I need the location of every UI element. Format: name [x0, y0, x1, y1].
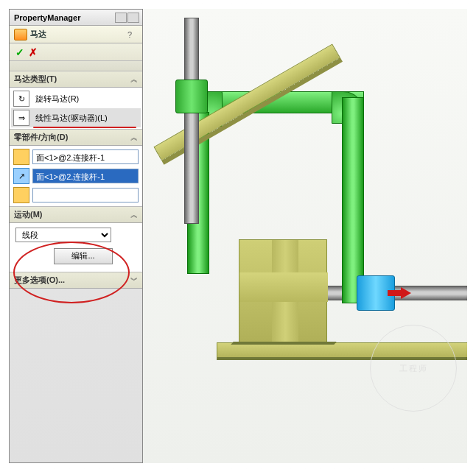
group-header-motor-type[interactable]: 马达类型(T) ︽: [10, 71, 142, 88]
confirm-row: ✓ ✗: [10, 43, 142, 61]
chevron-down-icon: ︾: [130, 275, 138, 286]
linear-motor-icon: ⇒: [13, 110, 29, 126]
help-pin-icon[interactable]: ?: [127, 30, 138, 39]
component-face-field[interactable]: 面<1>@2.连接杆-1: [32, 149, 139, 164]
motion-type-select[interactable]: 线段: [15, 228, 111, 242]
direction-arrow-icon[interactable]: ↗: [13, 168, 29, 184]
chevron-up-icon: ︽: [130, 210, 138, 220]
motion-direction-arrow: [388, 287, 413, 299]
relative-row: [11, 186, 141, 205]
tab-icon-1[interactable]: [115, 13, 127, 23]
motor-feature-icon: [14, 29, 27, 40]
group-header-motion[interactable]: 运动(M) ︽: [10, 207, 142, 223]
group-label: 马达类型(T): [14, 74, 130, 85]
tab-icon-2[interactable]: [127, 13, 139, 23]
green-clamp-top: [175, 80, 208, 113]
relative-component-field[interactable]: [32, 188, 139, 202]
chevron-up-icon: ︽: [130, 74, 138, 85]
chevron-up-icon: ︽: [130, 133, 138, 143]
group-body-motion: 线段 编辑...: [10, 223, 142, 272]
group-body-motor-type: ↻ 旋转马达(R) ⇒ 线性马达(驱动器)(L): [10, 88, 142, 130]
property-manager-panel: PropertyManager 马达 ? ✓ ✗ 马达类型(T) ︽ ↻ 旋转马…: [9, 9, 143, 463]
feature-title-bar: 马达 ?: [10, 26, 142, 43]
linear-motor-label: 线性马达(驱动器)(L): [32, 111, 139, 125]
panel-tab-icons: [115, 13, 139, 23]
group-body-component-dir: 面<1>@2.连接杆-1 ↗ 面<1>@2.连接杆-1: [10, 146, 142, 207]
group-label: 更多选项(O)...: [14, 275, 130, 286]
motor-type-rotary[interactable]: ↻ 旋转马达(R): [11, 89, 141, 108]
face-select-icon[interactable]: [13, 149, 29, 165]
group-header-component-dir[interactable]: 零部件/方向(D) ︽: [10, 130, 142, 146]
edit-button[interactable]: 编辑...: [54, 248, 113, 264]
feature-name: 马达: [30, 29, 127, 40]
rotary-motor-icon: ↻: [13, 91, 29, 107]
vertical-rod: [184, 18, 199, 224]
cancel-button[interactable]: ✗: [29, 46, 38, 58]
panel-title: PropertyManager: [13, 13, 115, 22]
group-label: 零部件/方向(D): [14, 132, 130, 143]
panel-title-bar: PropertyManager: [10, 10, 142, 26]
spacer: [10, 61, 142, 71]
ok-button[interactable]: ✓: [15, 46, 24, 58]
3d-viewport[interactable]: 工程师: [143, 9, 467, 463]
motor-type-linear[interactable]: ⇒ 线性马达(驱动器)(L): [11, 108, 141, 127]
watermark-text: 工程师: [399, 363, 428, 374]
group-header-more-options[interactable]: 更多选项(O)... ︾: [10, 272, 142, 289]
component-face-row: 面<1>@2.连接杆-1: [11, 147, 141, 166]
relative-component-icon[interactable]: [13, 187, 29, 203]
watermark: 工程师: [370, 325, 457, 412]
direction-face-field[interactable]: 面<1>@2.连接杆-1: [32, 169, 139, 183]
group-label: 运动(M): [14, 209, 130, 220]
rotary-motor-label: 旋转马达(R): [32, 92, 139, 106]
direction-row: ↗ 面<1>@2.连接杆-1: [11, 166, 141, 186]
